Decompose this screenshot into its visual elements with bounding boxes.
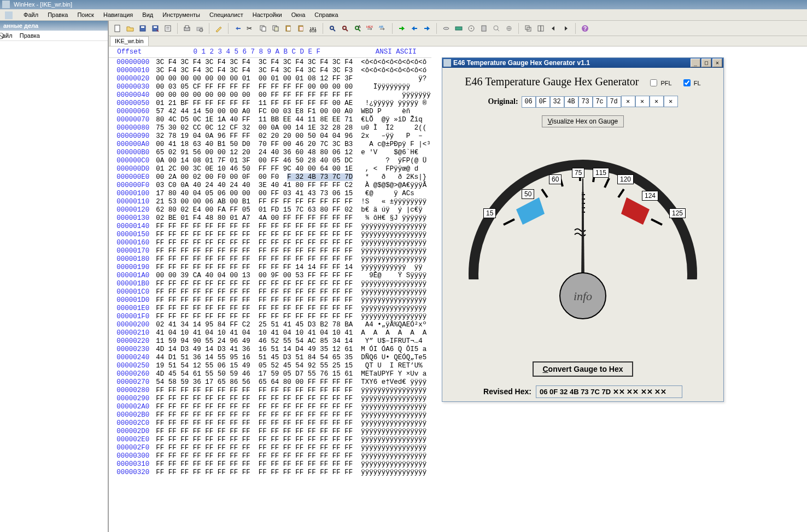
- case-menu-edit[interactable]: Правка: [20, 31, 40, 40]
- orig-hex-10[interactable]: [664, 96, 678, 107]
- hex-row[interactable]: 0000027054 58 59 36 17 65 86 56 65 64 80…: [109, 378, 431, 386]
- hex-row[interactable]: 0000004000 00 00 00 00 00 00 00 00 FF FF…: [109, 91, 431, 99]
- hex-row[interactable]: 00000180FF FF FF FF FF FF FF FF FF FF FF…: [109, 255, 431, 263]
- properties-icon[interactable]: [162, 23, 173, 34]
- hex-row[interactable]: 0000009032 78 19 04 0A 96 FF FF 02 20 20…: [109, 132, 431, 140]
- open-ram-icon[interactable]: [453, 23, 464, 34]
- hex-row[interactable]: 00000160FF FF FF FF FF FF FF FF FF FF FF…: [109, 238, 431, 247]
- paste-write-icon[interactable]: [295, 23, 306, 34]
- write-icon[interactable]: [213, 23, 224, 34]
- menu-options[interactable]: Настройки: [249, 9, 286, 20]
- orig-hex-4[interactable]: [578, 96, 593, 108]
- hex-row[interactable]: 0000010017 80 40 04 05 06 00 00 00 FF 03…: [109, 189, 431, 197]
- hex-row[interactable]: 00000170FF FF FF FF FF FF FF FF FF FF FF…: [109, 247, 431, 255]
- menu-edit[interactable]: Правка: [44, 9, 72, 20]
- fl-checkbox[interactable]: FL: [681, 78, 701, 88]
- window-next-icon[interactable]: [560, 23, 571, 34]
- menu-help[interactable]: Справка: [311, 9, 342, 20]
- menu-spec[interactable]: Специалист: [206, 9, 247, 20]
- copy-icon[interactable]: [258, 23, 268, 34]
- hex-row[interactable]: 000002D0FF FF FF FF FF FF FF FF FF FF FF…: [109, 427, 431, 435]
- hex-row[interactable]: 0000012062 80 02 E4 00 FA FF 05 01 FD 15…: [109, 206, 431, 214]
- hex-row[interactable]: 000000C00A 00 14 08 01 7F 01 3F 00 FF 46…: [109, 156, 431, 165]
- orig-hex-0[interactable]: [522, 96, 536, 108]
- paste-icon[interactable]: [283, 23, 294, 34]
- orig-hex-5[interactable]: [593, 96, 607, 108]
- hex-row[interactable]: 0000011021 53 00 00 06 AB 00 B1 FF FF FF…: [109, 197, 431, 206]
- hex-row[interactable]: 00000290FF FF FF FF FF FF FF FF FF FF FF…: [109, 394, 431, 402]
- tick-75[interactable]: 75: [572, 168, 584, 178]
- hex-row[interactable]: 00000320FF FF FF FF FF FF FF FF FF FF FF…: [109, 468, 431, 476]
- hex-row[interactable]: 0000025019 51 54 12 55 06 15 49 05 52 45…: [109, 361, 431, 370]
- tick-120[interactable]: 120: [617, 174, 634, 184]
- orig-hex-7[interactable]: [621, 96, 635, 107]
- goto-icon[interactable]: [396, 23, 407, 34]
- hex-row[interactable]: 000002A0FF FF FF FF FF FF FF FF FF FF FF…: [109, 402, 431, 411]
- hex-row[interactable]: 000002304D 14 D3 49 14 D3 41 36 16 51 14…: [109, 345, 431, 353]
- convert-button[interactable]: Convert Gauge to Hex: [533, 361, 633, 377]
- cut-icon[interactable]: ✂: [245, 23, 256, 34]
- hex-row[interactable]: 000002E0FF FF FF FF FF FF FF FF FF FF FF…: [109, 435, 431, 443]
- help-icon[interactable]: ?: [580, 23, 590, 34]
- hex-row[interactable]: 000000D001 2C 00 3C 0E 10 46 50 FF FF 9C…: [109, 165, 431, 173]
- hex-row[interactable]: 000001F0FF FF FF FF FF FF FF FF FF FF FF…: [109, 312, 431, 320]
- hex-row[interactable]: 000000003C F4 3C F4 3C F4 3C F4 3C F4 3C…: [109, 58, 431, 67]
- orig-hex-2[interactable]: [550, 96, 564, 108]
- window-cascade-icon[interactable]: [523, 23, 534, 34]
- dialog-titlebar[interactable]: E46 Temperature Gauge Hex Generator v1.1…: [442, 58, 723, 68]
- menu-file[interactable]: Файл: [20, 9, 42, 20]
- hex-row[interactable]: 000000B065 02 91 56 00 00 12 20 24 40 36…: [109, 148, 431, 156]
- tick-115[interactable]: 115: [593, 168, 609, 178]
- find-hex-icon[interactable]: [340, 23, 350, 34]
- hex-row[interactable]: 000001D0FF FF FF FF FF FF FF FF FF FF FF…: [109, 296, 431, 304]
- hex-row[interactable]: 0000007080 4C D5 0C 1E 1A 40 FF 11 BB EE…: [109, 115, 431, 124]
- binary-icon[interactable]: 101010: [308, 23, 319, 34]
- replace-text-icon[interactable]: AB: [377, 23, 388, 34]
- hex-row[interactable]: 000002F0FF FF FF FF FF FF FF FF FF FF FF…: [109, 443, 431, 452]
- position-icon[interactable]: [504, 23, 514, 34]
- hex-row[interactable]: 0000020002 41 34 14 95 84 FF C2 25 51 41…: [109, 320, 431, 329]
- hex-row[interactable]: 0000003000 03 05 CF FF FF FF FF FF FF FF…: [109, 83, 431, 91]
- hex-row[interactable]: 000001E0FF FF FF FF FF FF FF FF FF FF FF…: [109, 304, 431, 312]
- hex-row[interactable]: 00000280FF FF FF FF FF FF FF FF FF FF FF…: [109, 386, 431, 394]
- save-icon[interactable]: [137, 23, 148, 34]
- hex-row[interactable]: 000001A000 00 39 CA 40 04 00 13 00 9F 00…: [109, 271, 431, 279]
- pfl-checkbox[interactable]: PFL: [648, 78, 671, 88]
- hex-row[interactable]: 000000A000 41 18 63 40 B1 50 D0 70 FF 00…: [109, 140, 431, 148]
- disk-tools-icon[interactable]: [466, 23, 477, 34]
- close-button[interactable]: ✕: [712, 59, 722, 67]
- hex-row[interactable]: 00000300FF FF FF FF FF FF FF FF FF FF FF…: [109, 452, 431, 460]
- orig-hex-1[interactable]: [536, 96, 550, 108]
- hex-row[interactable]: 000000103C F4 3C F4 3C F4 3C F4 3C F4 3C…: [109, 66, 431, 74]
- hex-row[interactable]: 0000021041 04 10 41 04 10 41 04 10 41 04…: [109, 329, 431, 337]
- open-folder-icon[interactable]: [125, 23, 136, 34]
- tick-50[interactable]: 50: [522, 189, 534, 199]
- hex-row[interactable]: 000000F003 C0 0A 40 24 40 24 40 3E 40 41…: [109, 181, 431, 189]
- window-tile-icon[interactable]: [535, 23, 546, 34]
- tab-ike-wr-bin[interactable]: IKE_wr.bin: [110, 36, 149, 46]
- hex-row[interactable]: 00000140FF FF FF FF FF FF FF FF FF FF FF…: [109, 222, 431, 230]
- hex-row[interactable]: 000000E000 2A 00 02 00 F0 00 0F 00 F0 F …: [109, 173, 431, 181]
- print-preview-icon[interactable]: [194, 23, 205, 34]
- menu-view[interactable]: Вид: [138, 9, 157, 20]
- new-file-icon[interactable]: [112, 23, 123, 34]
- hex-row[interactable]: 0000005001 21 BF FF FF FF FF FF 11 FF FF…: [109, 99, 431, 107]
- open-disk-icon[interactable]: [441, 23, 452, 34]
- tick-15[interactable]: 15: [483, 208, 496, 218]
- find-icon[interactable]: [327, 23, 338, 34]
- hex-viewer[interactable]: Offset 0 1 2 3 4 5 6 7 8 9 A B C D E F A…: [109, 46, 807, 532]
- back-icon[interactable]: [409, 23, 420, 34]
- hex-row[interactable]: 000002604D 45 54 61 55 50 59 46 17 59 05…: [109, 370, 431, 378]
- window-prev-icon[interactable]: [548, 23, 559, 34]
- undo-icon[interactable]: [232, 23, 243, 34]
- menu-window[interactable]: Окна: [288, 9, 309, 20]
- forward-icon[interactable]: [422, 23, 432, 34]
- visualize-button[interactable]: Visualize Hex on Gauge: [542, 115, 624, 127]
- analyze-icon[interactable]: [491, 23, 502, 34]
- menu-nav[interactable]: Навигация: [100, 9, 137, 20]
- hex-row[interactable]: 000002C0FF FF FF FF FF FF FF FF FF FF FF…: [109, 419, 431, 427]
- maximize-button[interactable]: □: [701, 59, 711, 67]
- hex-row[interactable]: 0000008075 30 02 CC 0C 12 CF 32 00 0A 00…: [109, 124, 431, 132]
- hex-row[interactable]: 000001B0FF FF FF FF FF FF FF FF FF FF FF…: [109, 279, 431, 288]
- orig-hex-8[interactable]: [635, 96, 650, 107]
